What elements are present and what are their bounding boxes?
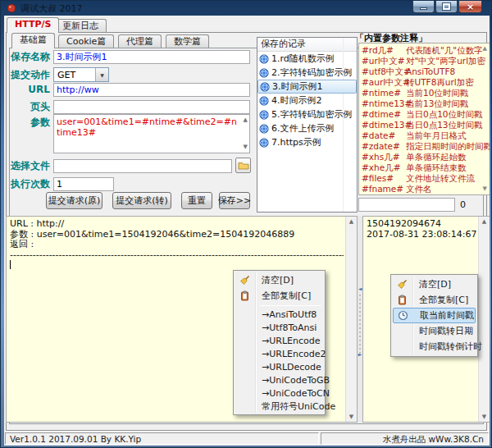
scroll-up-icon[interactable]: ▲ [483,46,487,52]
notes-test-input[interactable] [358,198,455,212]
menu-item-label: →UniCodeToCN [262,388,330,399]
menu-item[interactable]: →URLEncode2 [235,347,323,360]
method-select[interactable]: GET ▼ [53,67,109,82]
scroll-up-icon[interactable]: ▲ [346,218,357,225]
tab-update-log[interactable]: 更新日志 [54,19,107,33]
tab-math[interactable]: 数学篇 [166,34,209,48]
url-input[interactable] [53,83,250,97]
note-key: #rd几# [362,45,406,56]
params-textarea[interactable]: user=001&time1=#ntime#&time2=#ntime13# ▲… [53,114,250,153]
minimize-icon [420,7,427,10]
output-line: 1504192094674 [367,219,476,230]
note-key: #date# [362,130,406,141]
close-button[interactable]: × [458,1,482,13]
output-line: URL : http:// [10,219,344,230]
note-line: #dtime13#当日0点13位时间戳 [362,120,480,130]
menu-item-label: 时间戳转倒计时 [419,341,482,353]
notes-counter: 0 [460,199,466,210]
record-label: 4.时间示例2 [271,94,322,107]
splitter-grip [359,295,361,354]
menu-item[interactable]: →AnsiToUtf8 [235,308,323,321]
menu-item[interactable]: →UniCodeToGB [235,373,323,386]
output-context-menu: 清空[D]全部复制[C]→AnsiToUtf8→Utf8ToAnsi→URLEn… [233,270,326,415]
tab-proxy[interactable]: 代理篇 [118,34,162,48]
save-name-input[interactable] [53,50,250,64]
menu-item[interactable]: 清空[D] [393,277,476,292]
saved-records-list[interactable]: 保存的记录 1.rd随机数示例2.字符转码加密示例3.时间示例14.时间示例25… [257,37,358,213]
scroll-down-icon[interactable]: ▼ [479,414,490,420]
menu-item-label: 清空[D] [419,278,451,290]
globe-icon [260,82,270,92]
note-desc: 单条循环结束数 [406,162,467,172]
note-desc: 对"中文"两字url加密 [406,56,485,66]
globe-icon [259,124,269,134]
note-desc: 转UTF8再url加密 [406,77,474,87]
header-input[interactable] [53,100,250,114]
tab-basic[interactable]: 基础篇 [11,33,55,48]
globe-icon [259,54,269,64]
scroll-up-icon[interactable]: ▲ [244,117,248,123]
tab-cookie[interactable]: Cookie篇 [58,34,114,48]
scroll-up-icon[interactable]: ▲ [479,218,490,225]
menu-item[interactable]: 常用符号UniCode [235,400,323,413]
status-version: Ver1.0.1 2017.09.01 By KK.Yip [5,432,319,445]
menu-item[interactable]: 时间戳转日期 [393,323,476,339]
record-item[interactable]: 1.rd随机数示例 [257,52,357,66]
notes-memo[interactable]: #rd几#代表随机"几"位数字#url中文#对"中文"两字url加密#utf8中… [358,43,490,195]
clipboard-icon [397,295,408,306]
output-line: 参数 : user=001&time1=1504192046&time2=150… [10,230,344,240]
chevron-down-icon[interactable]: ▼ [95,68,108,81]
record-item[interactable]: 4.时间示例2 [257,94,357,107]
reset-button[interactable]: 重置 [181,192,212,209]
record-item[interactable]: 5.字符转码加密示例 [257,107,357,121]
minimize-button[interactable] [412,1,435,13]
menu-item[interactable]: 清空[D] [235,272,323,288]
maximize-button[interactable] [435,1,458,13]
save-button[interactable]: 保存>> [219,192,250,209]
menu-item[interactable]: 全部复制[C] [393,292,476,308]
folder-icon [238,161,249,170]
menu-item[interactable]: →Utf8ToAnsi [235,321,323,334]
scroll-down-icon[interactable]: ▼ [346,414,357,420]
note-line: #url中文#对"中文"两字url加密 [362,56,480,66]
record-label: 6.文件上传示例 [271,122,335,135]
window-title: 调试大叔 2017 [20,2,83,15]
output-line: ----------------------------------------… [10,250,344,261]
menu-item-label: →AnsiToUtf8 [262,309,317,320]
vertical-scrollbar[interactable]: ▲ ▼ [345,217,357,422]
menu-item[interactable]: 取当前时间戳 [393,308,476,323]
record-label: 3.时间示例1 [272,80,323,93]
browse-file-button[interactable] [235,158,251,173]
note-desc: AnsiToUTF8 [406,66,455,76]
count-input[interactable] [53,177,114,191]
note-key: #utf8中文# [362,66,406,77]
note-key: #dtime# [362,109,406,120]
note-desc: 当前10位时间戳 [406,88,468,98]
record-label: 5.字符转码加密示例 [271,108,353,121]
record-item[interactable]: 6.文件上传示例 [257,121,357,135]
submit-conv-button[interactable]: 提交请求(转) [112,192,171,209]
tab-https[interactable]: HTTP/S [7,17,59,33]
record-item[interactable]: 2.字符转码加密示例 [257,66,357,80]
menu-item[interactable]: →URLDecode [235,360,323,373]
file-input[interactable] [53,159,232,173]
record-label: 7.https示例 [271,136,321,149]
submit-raw-button[interactable]: 提交请求(原) [46,192,102,209]
menu-item-label: 全部复制[C] [419,294,468,306]
menu-item[interactable]: →UniCodeToCN [235,386,323,400]
record-item[interactable]: 3.时间示例1 [257,80,357,94]
vertical-scrollbar[interactable]: ▲ ▼ [478,217,490,422]
menu-item[interactable]: 全部复制[C] [235,288,323,304]
menu-item[interactable]: →URLEncode [235,334,323,347]
scroll-down-icon[interactable]: ▼ [244,144,248,150]
count-label: 执行次数 [9,177,50,191]
scroll-down-icon[interactable]: ▼ [483,186,487,192]
output-line: 2017-08-31 23:08:14:674 [367,230,476,240]
menu-item[interactable]: 时间戳转倒计时 [393,339,476,354]
menu-item-label: →Utf8ToAnsi [262,322,317,333]
records-column-header[interactable]: 保存的记录 [257,38,357,52]
note-key: #files# [362,173,406,184]
titlebar[interactable]: 调试大叔 2017 × [1,1,491,16]
note-line: #ntime13#当前13位时间戳 [362,98,480,109]
record-item[interactable]: 7.https示例 [257,135,357,149]
